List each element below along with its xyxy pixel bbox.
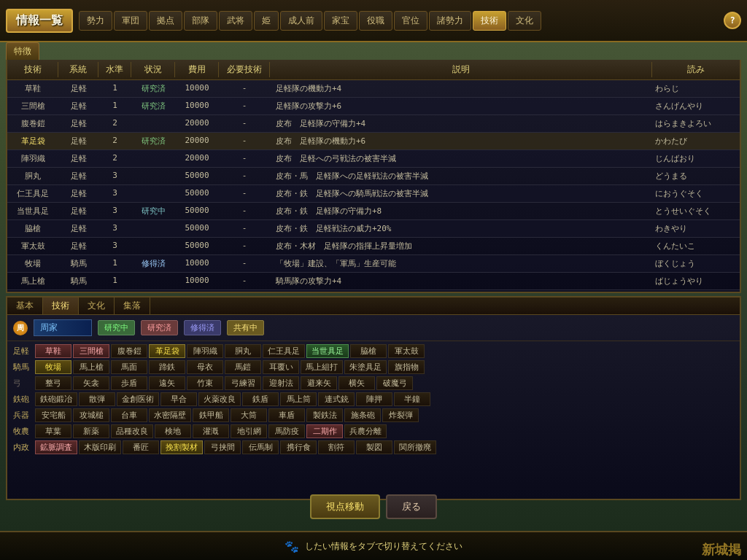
view-move-button[interactable]: 視点移動	[310, 494, 380, 519]
tech-cell[interactable]: 陣押	[356, 392, 392, 406]
tech-cell[interactable]: 旗指物	[388, 360, 425, 374]
tech-cell[interactable]: 製図	[356, 440, 392, 454]
tech-cell[interactable]: 製鉄法	[306, 408, 343, 422]
table-row[interactable]: 陣羽織 足軽 2 20000 - 皮布 足軽への弓戦法の被害半減 じんばおり	[7, 150, 740, 168]
tech-cell[interactable]: 陣羽織	[187, 344, 223, 358]
tab-kaho[interactable]: 家宝	[324, 11, 357, 31]
tech-cell[interactable]: 腹巻鎧	[111, 344, 147, 358]
table-row[interactable]: 当世具足 足軽 3 研究中 50000 - 皮布・鉄 足軽隊の守備力+8 とうせ…	[7, 203, 740, 220]
tech-cell[interactable]: 遠矢	[149, 376, 185, 390]
tech-cell[interactable]: 木版印刷	[79, 440, 121, 454]
tab-busho[interactable]: 武将	[219, 11, 252, 31]
tech-cell[interactable]: 新薬	[73, 424, 109, 438]
tab-butai[interactable]: 部隊	[184, 11, 217, 31]
tech-cell[interactable]: 草葉	[35, 424, 71, 438]
tech-cell[interactable]: 台車	[111, 408, 147, 422]
table-row[interactable]: 馬面 騎馬 2 20000 - 馬 騎馬隊の守備力+8 はめん	[7, 290, 740, 292]
tech-cell[interactable]: 馬上槍	[73, 360, 109, 374]
tech-cell[interactable]: 牧場	[35, 360, 71, 374]
tab-seiryoku[interactable]: 勢力	[79, 11, 112, 31]
tab-bunka-bottom[interactable]: 文化	[79, 298, 115, 314]
tech-cell[interactable]: 番匠	[123, 440, 159, 454]
tech-cell[interactable]: 検地	[155, 424, 191, 438]
tech-cell[interactable]: 散弾	[79, 392, 115, 406]
tech-cell[interactable]: 割符	[318, 440, 355, 454]
tech-cell[interactable]: 鉄甲船	[193, 408, 229, 422]
back-button[interactable]: 戻る	[386, 494, 437, 519]
tech-cell[interactable]: 携行食	[280, 440, 317, 454]
tech-cell[interactable]: 耳覆い	[263, 360, 299, 374]
table-row[interactable]: 仁王具足 足軽 3 50000 - 皮布・鉄 足軽隊への騎馬戦法の被害半減 にお…	[7, 185, 740, 203]
table-row[interactable]: 三間槍 足軽 1 研究済 10000 - 足軽隊の攻撃力+6 さんげんやり	[7, 98, 740, 115]
table-row[interactable]: 脇槍 足軽 3 50000 - 皮布・鉄 足軽戦法の威力+20% わきやり	[7, 220, 740, 238]
tech-cell[interactable]: 鉱脈調査	[35, 440, 77, 454]
tab-kyoten[interactable]: 拠点	[149, 11, 182, 31]
tech-cell[interactable]: 馬防疫	[268, 424, 305, 438]
tech-cell[interactable]: 草鞋	[35, 344, 71, 358]
table-row[interactable]: 腹巻鎧 足軽 2 20000 - 皮布 足軽隊の守備力+4 はらまきよろい	[7, 115, 740, 133]
tech-cell[interactable]: 挽割製材	[160, 440, 203, 454]
table-row[interactable]: 胴丸 足軽 3 50000 - 皮布・馬 足軽隊への足軽戦法の被害半減 どうまる	[7, 168, 740, 185]
tech-cell[interactable]: 破魔弓	[376, 376, 413, 390]
tab-hime[interactable]: 姫	[254, 11, 279, 31]
tech-cell[interactable]: 迎射法	[263, 376, 299, 390]
tech-cell[interactable]: 弓練習	[225, 376, 261, 390]
tab-shoseiryoku[interactable]: 諸勢力	[429, 11, 471, 31]
tech-cell[interactable]: 避来矢	[301, 376, 337, 390]
tech-cell[interactable]: 三間槍	[73, 344, 109, 358]
tech-cell[interactable]: 炸裂弾	[382, 408, 419, 422]
status-tag-acquired[interactable]: 修得済	[184, 320, 221, 335]
tech-cell[interactable]: 施条砲	[344, 408, 381, 422]
table-row[interactable]: 軍太鼓 足軽 3 50000 - 皮布・木材 足軽隊の指揮上昇量増加 くんたいこ	[7, 238, 740, 255]
tech-cell[interactable]: 当世具足	[306, 344, 349, 358]
tech-cell[interactable]: 鉄砲鍛冶	[35, 392, 77, 406]
help-button[interactable]: ?	[724, 12, 741, 29]
tech-cell[interactable]: 伝馬制	[242, 440, 279, 454]
tech-cell[interactable]: 安宅船	[35, 408, 71, 422]
tech-cell[interactable]: 軍太鼓	[388, 344, 425, 358]
tech-cell[interactable]: 弓挟間	[204, 440, 241, 454]
tech-cell[interactable]: 灌漑	[193, 424, 229, 438]
feature-tab[interactable]: 特徴	[6, 42, 39, 60]
tech-cell[interactable]: 関所撤廃	[394, 440, 436, 454]
table-row[interactable]: 革足袋 足軽 2 研究済 20000 - 皮布 足軽隊の機動力+6 かわたび	[7, 133, 740, 150]
tech-cell[interactable]: 歩盾	[111, 376, 147, 390]
table-row[interactable]: 牧場 騎馬 1 修得済 10000 - 「牧場」建設、「軍馬」生産可能 ぼくじょ…	[7, 255, 740, 273]
tech-cell[interactable]: 馬面	[111, 360, 147, 374]
tech-cell[interactable]: 車盾	[268, 408, 305, 422]
tech-cell[interactable]: 馬上筒	[280, 392, 317, 406]
tech-cell[interactable]: 革足袋	[149, 344, 185, 358]
tech-cell[interactable]: 水密隔壁	[149, 408, 191, 422]
table-row[interactable]: 馬上槍 騎馬 1 10000 - 騎馬隊の攻撃力+4 ばじょうやり	[7, 273, 740, 290]
tab-gundan[interactable]: 軍団	[114, 11, 147, 31]
tab-seijinmae[interactable]: 成人前	[280, 11, 322, 31]
horizontal-scrollbar[interactable]	[7, 292, 740, 293]
tech-cell[interactable]: 鉄盾	[242, 392, 279, 406]
tech-cell[interactable]: 攻城槌	[73, 408, 109, 422]
tab-kani[interactable]: 官位	[394, 11, 427, 31]
tech-cell[interactable]: 連式銃	[318, 392, 355, 406]
tech-cell[interactable]: 整弓	[35, 376, 71, 390]
tab-yakushoku[interactable]: 役職	[359, 11, 392, 31]
tab-gijutsu-bottom[interactable]: 技術	[43, 298, 79, 314]
tech-cell[interactable]: 地引網	[231, 424, 267, 438]
tech-cell[interactable]: 矢衾	[73, 376, 109, 390]
tech-cell[interactable]: 仁王具足	[263, 344, 305, 358]
tech-cell[interactable]: 馬鎧	[225, 360, 261, 374]
tech-cell[interactable]: 竹束	[187, 376, 223, 390]
tech-cell[interactable]: 朱塗具足	[344, 360, 387, 374]
tech-cell[interactable]: 火薬改良	[198, 392, 241, 406]
tech-cell[interactable]: 馬上組打	[301, 360, 343, 374]
tech-cell[interactable]: 半鐘	[394, 392, 430, 406]
tech-cell[interactable]: 蹄鉄	[149, 360, 185, 374]
tab-kihon[interactable]: 基本	[7, 298, 43, 314]
tech-cell[interactable]: 胴丸	[225, 344, 261, 358]
tech-cell[interactable]: 横矢	[338, 376, 375, 390]
status-tag-shared[interactable]: 共有中	[227, 320, 264, 335]
table-row[interactable]: 草鞋 足軽 1 研究済 10000 - 足軽隊の機動力+4 わらじ	[7, 80, 740, 98]
tab-shuraku[interactable]: 集落	[115, 298, 150, 314]
tech-cell[interactable]: 大筒	[231, 408, 267, 422]
tech-cell[interactable]: 品種改良	[111, 424, 153, 438]
tech-cell[interactable]: 二期作	[306, 424, 343, 438]
status-tag-researching[interactable]: 研究中	[98, 320, 135, 335]
